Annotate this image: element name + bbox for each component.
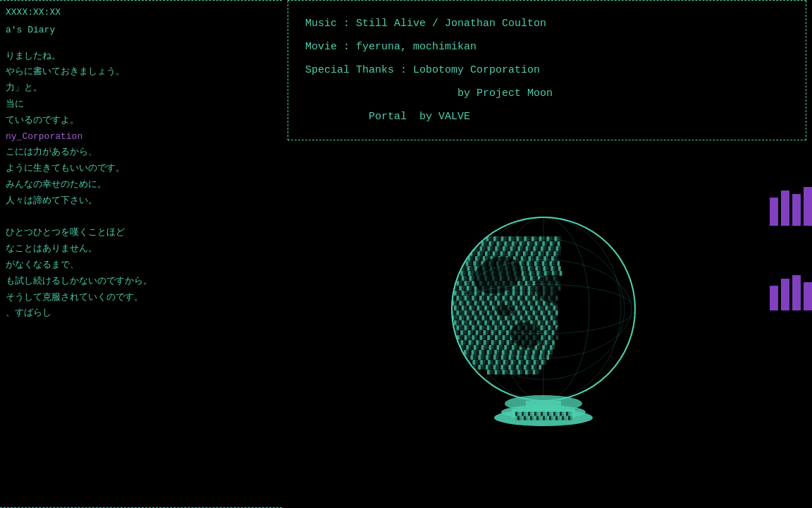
diary-line-17: 、すばらし xyxy=(6,306,276,321)
svg-text:▓▒░▓▒░▓▒░▓▒░▓▒░▓▒░▓▒░: ▓▒░▓▒░▓▒░▓▒░▓▒░▓▒░▓▒░ xyxy=(487,370,541,375)
diary-line-2: やらに書いておきましょう。 xyxy=(6,65,276,80)
svg-text:▓▒░▓▒░▓▒░▓▒░▓▒░▓▒░▓▒░▓▒░▓▒░▓▒░: ▓▒░▓▒░▓▒░▓▒░▓▒░▓▒░▓▒░▓▒░▓▒░▓▒░▓▒░▓▒░▓▒░▓… xyxy=(455,236,562,241)
portal-credit: Portal by VALVE xyxy=(305,105,789,128)
bar-group-2 xyxy=(770,268,812,310)
diary-line-14: がなくなるまで、 xyxy=(6,258,276,273)
bar-group-1 xyxy=(770,183,812,226)
diary-line-7: こには力があるから、 xyxy=(6,145,276,160)
main-container: XXXX:XX:XX a's Diary りましたね。 やらに書いておきましょう… xyxy=(0,0,812,508)
bar-2-4 xyxy=(804,282,812,310)
diary-line-11 xyxy=(6,210,276,225)
movie-credit: Movie : fyeruna, mochimikan xyxy=(305,35,789,59)
svg-text:▓▒░▓▒░▓▒░▓▒░▓▒░▓▒░▓▒░▓▒░▓▒░▓▒░: ▓▒░▓▒░▓▒░▓▒░▓▒░▓▒░▓▒░▓▒░▓▒░▓▒░▓▒░▓▒░▓▒░▓… xyxy=(447,251,561,256)
bar-1-4 xyxy=(804,187,812,226)
diary-line-10: 人々は諦めて下さい。 xyxy=(6,194,276,209)
svg-text:░▓▒░▓▒░▓▒░▓▒░▓▒░▓▒░▓▒░▓▒░▓▒: ░▓▒░▓▒░▓▒░▓▒░▓▒░▓▒░▓▒░▓▒░▓▒ xyxy=(515,416,572,421)
diary-line-15: も試し続けるしかないのですから。 xyxy=(6,274,276,289)
timestamp: XXXX:XX:XX xyxy=(6,6,276,20)
svg-text:▒░▓▒░▓▒░▓▒░▓▒░▓▒░▓▒░▓▒░▓▒░▓▒░▓: ▒░▓▒░▓▒░▓▒░▓▒░▓▒░▓▒░▓▒░▓▒░▓▒░▓▒░▓▒░▓▒░▓▒… xyxy=(452,246,561,251)
globe-area: ▓▒░▓▒░▓▒░▓▒░▓▒░▓▒░▓▒░▓▒░▓▒░▓▒░▓▒░▓▒░▓▒░▓… xyxy=(282,140,812,508)
svg-text:▓▒░▓▒░▓▒░▓▒░▓▒░▓▒░▓▒░▓▒░▓▒░: ▓▒░▓▒░▓▒░▓▒░▓▒░▓▒░▓▒░▓▒░▓▒░ xyxy=(515,411,572,416)
project-moon-credit: by Project Moon xyxy=(305,82,789,105)
credits-box: Music : Still Alive / Jonathan Coulton M… xyxy=(288,1,806,140)
credits-inner: Music : Still Alive / Jonathan Coulton M… xyxy=(288,1,806,140)
diary-line-12: ひとつひとつを嘆くことほど xyxy=(6,226,276,241)
diary-line-9: みんなの幸せのために。 xyxy=(6,178,276,193)
left-content: XXXX:XX:XX a's Diary りましたね。 やらに書いておきましょう… xyxy=(6,0,276,321)
svg-text:░▓▒░▓▒░▓▒░▓▒░▓▒░▓▒░▓▒░▓▒░▓▒░▓▒: ░▓▒░▓▒░▓▒░▓▒░▓▒░▓▒░▓▒░▓▒░▓▒░▓▒░▓▒░▓▒░▓▒░… xyxy=(441,315,558,320)
svg-text:▓▒░▓▒░▓▒░▓▒░▓▒░▓▒░▓▒░▓▒░▓▒░▓▒░: ▓▒░▓▒░▓▒░▓▒░▓▒░▓▒░▓▒░▓▒░▓▒░▓▒░▓▒░▓▒░▓▒░▓… xyxy=(441,325,558,330)
top-border-left xyxy=(0,0,282,1)
svg-text:░▓▒░▓▒░▓▒░▓▒░▓▒░▓▒░▓▒░▓▒░▓▒░▓▒: ░▓▒░▓▒░▓▒░▓▒░▓▒░▓▒░▓▒░▓▒░▓▒░▓▒░▓▒░▓▒░▓▒░… xyxy=(441,301,558,306)
diary-line-16: そうして克服されていくのです。 xyxy=(6,291,276,306)
right-panel: Music : Still Alive / Jonathan Coulton M… xyxy=(282,0,812,508)
svg-text:░▓▒░▓▒░▓▒░▓▒░▓▒░▓▒░▓▒░▓▒░▓▒░▓▒: ░▓▒░▓▒░▓▒░▓▒░▓▒░▓▒░▓▒░▓▒░▓▒░▓▒░▓▒ xyxy=(462,360,546,365)
diary-line-1: りましたね。 xyxy=(6,49,276,64)
globe-svg: ▓▒░▓▒░▓▒░▓▒░▓▒░▓▒░▓▒░▓▒░▓▒░▓▒░▓▒░▓▒░▓▒░▓… xyxy=(434,205,660,430)
bar-1-2 xyxy=(781,190,789,226)
diary-line-13: なことはありません。 xyxy=(6,242,276,257)
svg-point-37 xyxy=(582,274,596,283)
diary-line-4: 当に xyxy=(6,97,276,112)
bar-1-1 xyxy=(770,198,778,226)
bar-1-3 xyxy=(792,194,801,226)
svg-text:▒░▓▒░▓▒░▓▒░▓▒░▓▒░▓▒░▓▒░▓▒░▓▒░▓: ▒░▓▒░▓▒░▓▒░▓▒░▓▒░▓▒░▓▒░▓▒░▓▒░▓▒░▓▒░▓▒░▓▒ xyxy=(451,350,553,355)
special-thanks-credit: Special Thanks : Lobotomy Corporation xyxy=(305,59,789,82)
svg-text:▒░▓▒░▓▒░▓▒░▓▒░▓▒░▓▒░▓▒░▓▒░▓▒░▓: ▒░▓▒░▓▒░▓▒░▓▒░▓▒░▓▒░▓▒░▓▒░▓▒░▓▒░▓▒░▓▒░▓▒… xyxy=(444,335,558,340)
bar-2-3 xyxy=(792,275,801,310)
diary-line-5: ているのですよ。 xyxy=(6,114,276,128)
music-credit: Music : Still Alive / Jonathan Coulton xyxy=(305,12,789,35)
diary-title: a's Diary xyxy=(6,23,276,38)
bar-2-1 xyxy=(770,286,778,310)
diary-line-3: 力」と。 xyxy=(6,81,276,96)
diary-line-6: ny_Corporation xyxy=(6,130,276,145)
svg-text:▓▒░▓▒░▓▒░▓▒░▓▒░▓▒░▓▒░▓▒░▓▒░▓▒░: ▓▒░▓▒░▓▒░▓▒░▓▒░▓▒░▓▒░▓▒░▓▒░▓▒░▓▒░▓▒░▓ xyxy=(455,355,550,360)
bar-2-2 xyxy=(781,279,789,310)
diary-line-8: ように生きてもいいのです。 xyxy=(6,162,276,176)
right-bars xyxy=(770,183,812,310)
left-panel: XXXX:XX:XX a's Diary りましたね。 やらに書いておきましょう… xyxy=(0,0,282,508)
